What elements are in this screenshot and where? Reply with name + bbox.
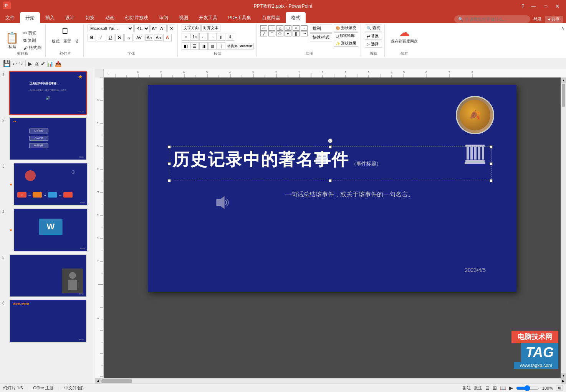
shadow-button[interactable]: s	[124, 34, 133, 41]
dec-indent-button[interactable]: ←	[199, 33, 208, 41]
share-button[interactable]: ♦ 共享	[545, 16, 563, 23]
grow-font-button[interactable]: A⁺	[151, 25, 158, 32]
tab-baidu[interactable]: 百度网盘	[257, 12, 286, 23]
shape-effects-button[interactable]: ✨ 形状效果	[334, 40, 358, 47]
shape-brace[interactable]: {}	[293, 31, 300, 36]
bold-button[interactable]: B	[88, 34, 96, 41]
justify-button[interactable]: ▤	[208, 42, 217, 50]
shape-circle[interactable]: ○	[293, 25, 300, 31]
slide-item-5[interactable]: 5 RRRIS	[2, 253, 93, 298]
view-reading-icon[interactable]: 📖	[500, 385, 506, 391]
text-direction-button[interactable]: 文字方向	[182, 25, 201, 31]
tab-slideshow[interactable]: 幻灯片放映	[120, 12, 154, 23]
slide-item-2[interactable]: 2 ★★ 公司简介 产品介绍 举例内容 RRRIS	[2, 116, 93, 161]
slide-thumb-5[interactable]: RRRIS	[9, 254, 87, 297]
slide-content[interactable]: 🍂	[148, 85, 516, 292]
handle-rotate[interactable]: ↻	[328, 138, 333, 143]
v-scroll-down[interactable]: ▼	[561, 373, 566, 378]
copy-button[interactable]: ⧉ 复制	[22, 37, 43, 44]
tab-pdf[interactable]: PDF工具集	[223, 12, 257, 23]
handle-bl[interactable]	[168, 179, 171, 182]
v-scroll-up[interactable]: ▲	[561, 77, 566, 83]
slide-main-title[interactable]: 历史记录中的著名事件 （事件标题）	[169, 147, 491, 173]
view-slide-sorter-icon[interactable]: ⊞	[493, 385, 497, 391]
strikethrough-button[interactable]: S	[115, 34, 124, 41]
font-size-select[interactable]: 41.5	[134, 25, 150, 32]
slide-thumb-6[interactable]: 此处插入的标题 RRRIS	[9, 300, 87, 343]
shape-line[interactable]: ╱	[260, 31, 267, 36]
save-quick-button[interactable]: 💾	[3, 60, 11, 67]
search-input[interactable]	[465, 17, 526, 21]
handle-ml[interactable]	[168, 162, 171, 165]
comments-button[interactable]: 批注	[474, 385, 482, 391]
handle-br[interactable]	[490, 179, 493, 182]
convert-smartart-button[interactable]: 转换为 SmartArt	[226, 43, 254, 49]
shape-pentagon[interactable]: ⬠	[276, 31, 283, 36]
italic-button[interactable]: I	[97, 34, 105, 41]
slide-thumb-3[interactable]: ⊕ ★ → → → RRRIS	[13, 163, 88, 206]
h-scrollbar[interactable]: ◀ ▶	[95, 378, 566, 384]
font-name-select[interactable]: Microsoft Yai...	[88, 25, 134, 32]
shape-rect[interactable]: ▭	[260, 25, 267, 31]
tab-animations[interactable]: 动画	[100, 12, 120, 23]
select-button[interactable]: ▷ 选择	[365, 41, 382, 48]
title-textbox-container[interactable]: ↻ 历史记录中的著名事件 （事件标题）	[169, 147, 492, 181]
text-case-button[interactable]: Aa	[145, 35, 153, 41]
quick-styles-button[interactable]: 快速样式	[310, 33, 332, 41]
shape-rnd-rect[interactable]: ▢	[285, 25, 291, 31]
slide-canvas[interactable]: 🍂	[104, 77, 561, 378]
shape-star[interactable]: ✦	[285, 31, 291, 36]
h-scroll-left[interactable]: ◀	[95, 379, 101, 384]
col-spacing-button[interactable]: |	[217, 42, 225, 50]
handle-tc[interactable]	[329, 145, 332, 148]
slide-thumb-4[interactable]: W RRRIS	[13, 208, 88, 252]
tab-format[interactable]: 格式	[286, 12, 306, 23]
h-scroll-thumb[interactable]	[101, 379, 132, 383]
window-maximize[interactable]: ▭	[540, 3, 551, 10]
align-right-button[interactable]: ◨	[199, 42, 208, 50]
char-spacing-button[interactable]: AV	[134, 34, 144, 41]
undo-quick-button[interactable]: ↩	[12, 61, 17, 67]
align-center-button[interactable]: ☰	[190, 42, 199, 50]
font-size-label[interactable]: Aa	[154, 35, 162, 41]
view-normal-icon[interactable]: ⊟	[485, 385, 490, 391]
new-slide-button[interactable]: 🗒	[59, 25, 72, 38]
redo-quick-button[interactable]: ↪	[18, 61, 23, 67]
tab-insert[interactable]: 插入	[40, 12, 60, 23]
inc-indent-button[interactable]: →	[208, 33, 217, 41]
tab-view[interactable]: 视图	[174, 12, 194, 23]
shape-rect2[interactable]: □	[268, 25, 275, 31]
handle-mr[interactable]	[490, 162, 493, 165]
tab-home[interactable]: 开始	[20, 12, 40, 23]
numbering-button[interactable]: 1≡	[190, 33, 199, 41]
slide-item-3[interactable]: 3 ★ ⊕ ★ → → → RRRIS	[2, 162, 93, 207]
window-help[interactable]: ?	[519, 2, 527, 10]
layout-button[interactable]: 版式	[50, 38, 61, 44]
format-painter-button[interactable]: 🖌 格式刷	[22, 44, 43, 51]
zoom-slider[interactable]	[516, 386, 539, 390]
ribbon-collapse-button[interactable]: ∧	[559, 24, 566, 32]
v-scroll-thumb[interactable]	[562, 84, 565, 107]
handle-tl[interactable]	[168, 145, 171, 148]
print-preview-button[interactable]: 🖨	[34, 61, 39, 67]
align-left-button[interactable]: ◧	[182, 42, 190, 50]
section-button[interactable]: 节	[73, 38, 80, 44]
view-slideshow-icon[interactable]: ▶	[509, 385, 513, 391]
notes-button[interactable]: 备注	[462, 385, 471, 391]
replace-button[interactable]: ⇄ 替换	[365, 33, 382, 40]
col-button[interactable]: ⫿	[217, 33, 225, 41]
format-check-button[interactable]: 📊	[47, 61, 53, 67]
save-baidu-button[interactable]: ☁ 保存到百度网盘	[389, 25, 419, 46]
tab-developer[interactable]: 开发工具	[194, 12, 223, 23]
v-scrollbar[interactable]: ▲ ▼	[561, 77, 566, 378]
shape-more[interactable]: ⋯	[301, 31, 308, 36]
reset-button[interactable]: 重置	[62, 38, 73, 44]
shrink-font-button[interactable]: A⁻	[159, 25, 167, 32]
line-spacing-button[interactable]: ⇕	[226, 33, 234, 41]
check-button[interactable]: ✔	[41, 61, 45, 67]
fit-slide-button[interactable]: ⊞	[556, 385, 563, 391]
tab-transitions[interactable]: 切换	[80, 12, 100, 23]
arrange-button[interactable]: 排列	[310, 25, 332, 33]
align-text-button[interactable]: 对齐文本	[201, 25, 220, 31]
underline-button[interactable]: U	[106, 34, 114, 41]
